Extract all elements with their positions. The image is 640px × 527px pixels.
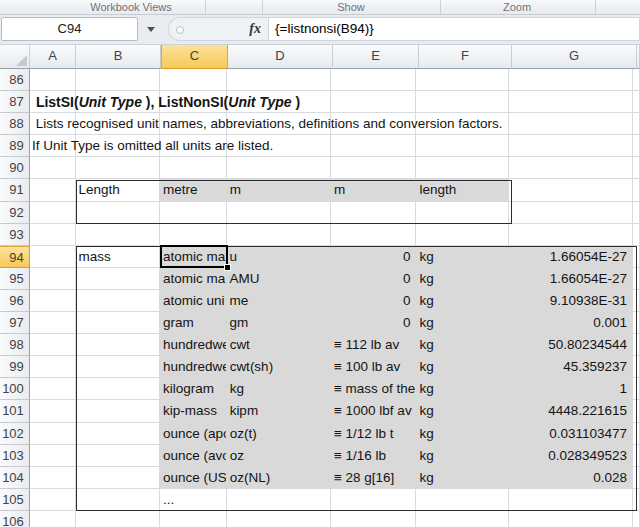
cell-B91[interactable]: Length [76, 179, 160, 201]
cell-E97[interactable]: 0 [331, 312, 416, 334]
cell-C101[interactable]: kip-mass [160, 400, 227, 422]
cell-C90[interactable] [160, 157, 227, 179]
column-header-c[interactable]: C [161, 45, 228, 69]
cell-D87[interactable] [227, 91, 331, 113]
row-header-95[interactable]: 95 [0, 268, 30, 290]
cell-F93[interactable] [416, 224, 508, 246]
cell-B89[interactable] [76, 135, 160, 157]
cell-B92[interactable] [76, 202, 160, 224]
cell-B104[interactable] [76, 467, 160, 489]
cell-E102[interactable]: ≡ 1/12 lb t [331, 423, 416, 445]
cell-E87[interactable] [331, 91, 416, 113]
column-header-b[interactable]: B [76, 45, 161, 69]
cell-B90[interactable] [76, 157, 160, 179]
column-header-a[interactable]: A [30, 45, 76, 69]
cell-E95[interactable]: 0 [331, 268, 416, 290]
cell-A88[interactable] [30, 113, 76, 135]
row-header-94[interactable]: 94 [0, 246, 30, 268]
cell-F86[interactable] [416, 69, 508, 91]
cell-C93[interactable] [160, 224, 227, 246]
cell-D88[interactable] [227, 113, 331, 135]
cell-C91[interactable]: metre [160, 179, 227, 201]
cell-D86[interactable] [227, 69, 331, 91]
cell-D93[interactable] [227, 224, 331, 246]
cell-G90[interactable] [509, 157, 633, 179]
cell-D105[interactable] [227, 489, 331, 511]
cell-F92[interactable] [416, 202, 508, 224]
cell-B99[interactable] [76, 356, 160, 378]
formula-input[interactable]: {=listnonsi(B94)} [268, 17, 640, 41]
cell-D97[interactable]: gm [227, 312, 331, 334]
cell-E100[interactable]: ≡ mass of the [331, 378, 416, 400]
cell-G106[interactable] [509, 511, 633, 527]
cell-F101[interactable]: kg [416, 400, 508, 422]
cell-F89[interactable] [416, 135, 508, 157]
cell-F103[interactable]: kg [416, 445, 508, 467]
cell-A105[interactable] [30, 489, 76, 511]
row-header-106[interactable]: 106 [0, 511, 30, 527]
cell-A97[interactable] [30, 312, 76, 334]
cell-G102[interactable]: 0.031103477 [509, 423, 633, 445]
cell-C98[interactable]: hundredwe [160, 334, 227, 356]
cell-D100[interactable]: kg [227, 378, 331, 400]
cell-C100[interactable]: kilogram [160, 378, 227, 400]
cell-A93[interactable] [30, 224, 76, 246]
row-header-87[interactable]: 87 [0, 91, 30, 113]
cell-C94[interactable]: atomic ma [160, 246, 227, 268]
cell-F94[interactable]: kg [416, 246, 508, 268]
cell-E105[interactable] [331, 489, 416, 511]
cell-E96[interactable]: 0 [331, 290, 416, 312]
cell-A99[interactable] [30, 356, 76, 378]
row-header-105[interactable]: 105 [0, 489, 30, 511]
row-header-101[interactable]: 101 [0, 400, 30, 422]
cell-B87[interactable] [76, 91, 160, 113]
cell-G98[interactable]: 50.80234544 [509, 334, 633, 356]
select-all-corner[interactable] [0, 45, 30, 69]
cell-G97[interactable]: 0.001 [509, 312, 633, 334]
row-header-102[interactable]: 102 [0, 423, 30, 445]
row-header-97[interactable]: 97 [0, 312, 30, 334]
cell-B100[interactable] [76, 378, 160, 400]
row-header-90[interactable]: 90 [0, 157, 30, 179]
cell-E91[interactable]: m [331, 179, 416, 201]
cell-F106[interactable] [416, 511, 508, 527]
cell-B105[interactable] [76, 489, 160, 511]
cell-E89[interactable] [331, 135, 416, 157]
cell-E98[interactable]: ≡ 112 lb av [331, 334, 416, 356]
cell-G105[interactable] [509, 489, 633, 511]
cell-D96[interactable]: me [227, 290, 331, 312]
cell-F104[interactable]: kg [416, 467, 508, 489]
cell-A91[interactable] [30, 179, 76, 201]
cell-A90[interactable] [30, 157, 76, 179]
cell-D99[interactable]: cwt(sh) [227, 356, 331, 378]
cell-A102[interactable] [30, 423, 76, 445]
cell-G96[interactable]: 9.10938E-31 [509, 290, 633, 312]
cell-F96[interactable]: kg [416, 290, 508, 312]
cell-A86[interactable] [30, 69, 76, 91]
cell-D101[interactable]: kipm [227, 400, 331, 422]
cell-A87[interactable] [30, 91, 76, 113]
cell-D104[interactable]: oz(NL) [227, 467, 331, 489]
row-header-104[interactable]: 104 [0, 467, 30, 489]
row-header-93[interactable]: 93 [0, 224, 30, 246]
cell-D103[interactable]: oz [227, 445, 331, 467]
cell-F91[interactable]: length [416, 179, 508, 201]
name-box-dropdown[interactable] [140, 17, 164, 41]
cell-B97[interactable] [76, 312, 160, 334]
cell-G95[interactable]: 1.66054E-27 [509, 268, 633, 290]
row-header-91[interactable]: 91 [0, 179, 30, 201]
cell-E104[interactable]: ≡ 28 g[16] [331, 467, 416, 489]
cell-D90[interactable] [227, 157, 331, 179]
cell-C105[interactable]: ... [160, 489, 227, 511]
cell-G94[interactable]: 1.66054E-27 [509, 246, 633, 268]
cell-E103[interactable]: ≡ 1/16 lb [331, 445, 416, 467]
column-header-d[interactable]: D [228, 45, 333, 69]
cell-B106[interactable] [76, 511, 160, 527]
cell-B102[interactable] [76, 423, 160, 445]
cell-B101[interactable] [76, 400, 160, 422]
cell-C87[interactable] [160, 91, 227, 113]
cell-D92[interactable] [227, 202, 331, 224]
cell-F88[interactable] [416, 113, 508, 135]
row-header-99[interactable]: 99 [0, 356, 30, 378]
cell-E92[interactable] [331, 202, 416, 224]
